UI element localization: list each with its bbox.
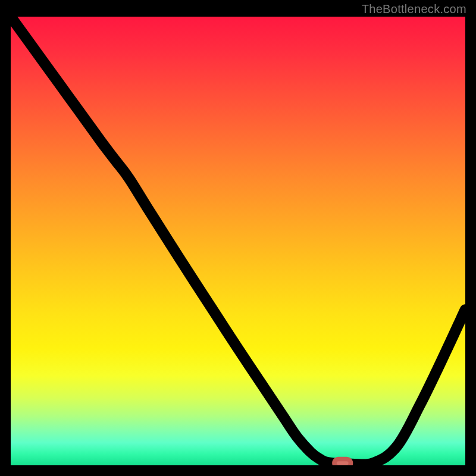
bottleneck-marker xyxy=(334,459,351,465)
watermark-text: TheBottleneck.com xyxy=(362,2,466,16)
chart-stage: TheBottleneck.com xyxy=(0,0,476,476)
plot-area xyxy=(11,17,465,465)
bottleneck-curve xyxy=(11,17,465,465)
plot-svg xyxy=(11,17,465,465)
